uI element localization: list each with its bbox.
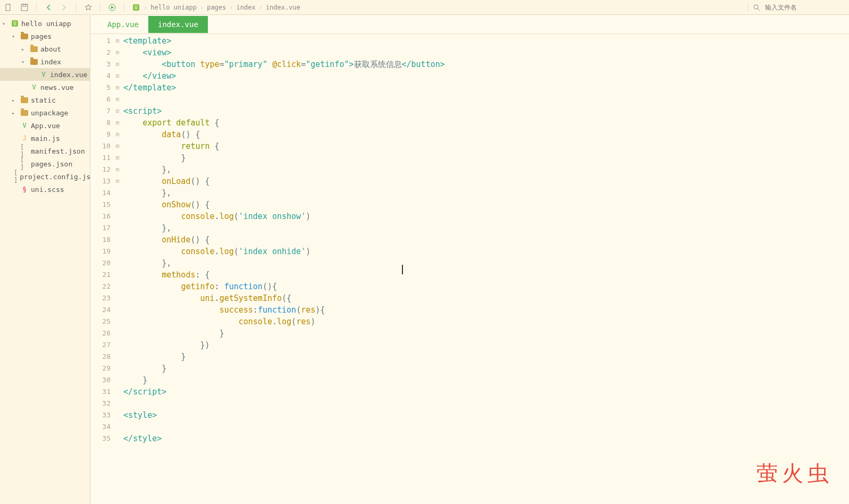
tree-item-label: index.vue <box>50 71 87 79</box>
folder-icon <box>30 59 38 65</box>
search-input[interactable] <box>765 4 845 11</box>
tree-item-label: main.js <box>31 135 60 142</box>
crumb-1[interactable]: pages <box>207 4 226 11</box>
tree-item-label: about <box>40 45 61 53</box>
vue-file-icon: V <box>20 122 29 129</box>
json-file-icon: [ ] <box>20 156 29 171</box>
file-search <box>747 3 845 12</box>
json-file-icon: [ ] <box>14 169 18 184</box>
forward-icon[interactable] <box>60 3 69 12</box>
fold-column: ⊟⊟⊟⊟⊟⊟⊟⊟⊟⊟⊟⊟⊟ <box>114 34 121 504</box>
tree-root[interactable]: ▾ U hello uniapp <box>0 17 90 30</box>
tree-item[interactable]: VApp.vue <box>0 119 90 132</box>
breadcrumbs: U › hello uniapp › pages › index › index… <box>132 3 300 12</box>
tree-root-label: hello uniapp <box>21 20 71 28</box>
line-gutter: 1234567891011121314151617181920212223242… <box>90 34 114 504</box>
editor-tab[interactable]: index.vue <box>148 16 208 33</box>
tree-item[interactable]: ▸about <box>0 43 90 55</box>
folder-icon <box>20 110 29 116</box>
svg-rect-1 <box>21 4 28 11</box>
file-explorer: ▾ U hello uniapp ▾pages▸about▾indexVinde… <box>0 15 90 504</box>
tree-item[interactable]: ▾index <box>0 55 90 68</box>
tree-item-label: unpackage <box>31 109 68 117</box>
tree-item[interactable]: Vnews.vue <box>0 81 90 94</box>
search-icon[interactable] <box>752 3 761 12</box>
tree-item-label: App.vue <box>31 122 60 130</box>
tree-item[interactable]: Vindex.vue <box>0 68 90 81</box>
star-icon[interactable] <box>84 3 93 12</box>
text-cursor <box>402 265 403 274</box>
scss-file-icon: § <box>20 186 29 193</box>
vue-file-icon: V <box>39 71 48 78</box>
editor-tabs: App.vueindex.vue <box>90 15 849 34</box>
folder-icon <box>20 97 29 103</box>
project-icon: U <box>132 3 140 12</box>
project-icon: U <box>11 20 19 27</box>
crumb-2[interactable]: index <box>237 4 256 11</box>
tree-item[interactable]: Jmain.js <box>0 132 90 145</box>
js-file-icon: J <box>20 135 29 142</box>
svg-rect-0 <box>6 4 10 11</box>
folder-icon <box>20 33 29 39</box>
tree-item-label: uni.scss <box>31 186 64 194</box>
code-area[interactable]: 1234567891011121314151617181920212223242… <box>90 34 849 504</box>
tree-item-label: static <box>31 96 56 104</box>
code-content[interactable]: <template> <view> <button type="primary"… <box>121 34 849 504</box>
crumb-0[interactable]: hello uniapp <box>150 4 197 11</box>
crumb-3[interactable]: index.vue <box>266 4 300 11</box>
vue-file-icon: V <box>30 83 38 91</box>
tree-item[interactable]: ▾pages <box>0 30 90 43</box>
svg-point-6 <box>754 5 758 9</box>
back-icon[interactable] <box>44 3 53 12</box>
tree-item[interactable]: ▸unpackage <box>0 106 90 119</box>
tree-item[interactable]: [ ]manifest.json <box>0 145 90 157</box>
tree-item[interactable]: [ ]project.config.json <box>0 170 90 183</box>
svg-line-7 <box>758 9 760 11</box>
new-file-icon[interactable] <box>4 3 13 12</box>
folder-icon <box>30 46 38 52</box>
play-icon[interactable] <box>108 3 116 12</box>
svg-rect-2 <box>23 4 26 6</box>
editor: App.vueindex.vue 12345678910111213141516… <box>90 15 849 504</box>
toolbar: U › hello uniapp › pages › index › index… <box>0 0 849 15</box>
editor-tab[interactable]: App.vue <box>98 16 148 33</box>
tree-item[interactable]: ▸static <box>0 94 90 106</box>
tree-item[interactable]: [ ]pages.json <box>0 157 90 170</box>
tree-item-label: pages <box>31 32 52 40</box>
tree-item-label: manifest.json <box>31 147 85 155</box>
svg-text:U: U <box>13 21 16 26</box>
save-icon[interactable] <box>20 3 29 12</box>
tree-item-label: index <box>40 58 61 66</box>
tree-item-label: news.vue <box>40 83 74 91</box>
svg-text:U: U <box>135 5 137 10</box>
tree-item-label: project.config.json <box>20 173 90 181</box>
tree-item-label: pages.json <box>31 160 72 168</box>
tree-item[interactable]: §uni.scss <box>0 183 90 196</box>
